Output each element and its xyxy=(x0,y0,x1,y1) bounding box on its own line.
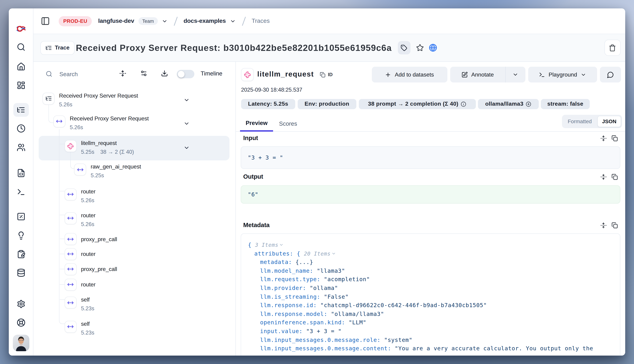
span-icon xyxy=(65,248,76,260)
tree-node-span[interactable]: proxy_pre_call xyxy=(65,235,117,245)
tree-node-span[interactable]: raw_gen_ai_request 5.25s xyxy=(74,162,141,180)
stream-badge: stream: false xyxy=(541,99,590,109)
copy-icon xyxy=(611,135,618,142)
chevron-down-icon xyxy=(581,72,586,78)
annotate-button[interactable]: Annotate xyxy=(450,72,505,78)
tree-node-collapse-chevron[interactable] xyxy=(183,97,190,103)
input-value-box: "3 + 3 = " xyxy=(241,146,620,169)
json-line: llm.input_messages.0.message.role: "syst… xyxy=(248,336,593,344)
span-icon xyxy=(65,321,76,332)
json-line: llm.response.model: "ollama/llama3" xyxy=(248,310,593,318)
trace-tree-icon xyxy=(45,44,52,51)
token-usage-badge[interactable]: 38 prompt → 2 completion (Σ 40) xyxy=(359,99,476,109)
sidebar-support-icon[interactable] xyxy=(17,318,25,327)
output-value-box: "6" xyxy=(241,185,620,204)
tree-node-generation-selected[interactable]: litellm_request 5.25s38 → 2 (Σ 40) xyxy=(65,139,134,156)
sidebar-datasets-icon[interactable] xyxy=(17,268,25,277)
public-share-button[interactable] xyxy=(429,44,437,52)
sidebar-settings-icon[interactable] xyxy=(17,300,25,308)
tree-node-label: router xyxy=(81,211,95,220)
tree-node-collapse-chevron[interactable] xyxy=(183,144,190,151)
tab-preview[interactable]: Preview xyxy=(240,116,273,132)
input-copy-button[interactable] xyxy=(611,135,618,142)
sidebar-prompts-icon[interactable] xyxy=(17,169,25,178)
tree-node-trace-root[interactable]: Received Proxy Server Request 5.26s xyxy=(43,91,138,109)
desktop-background: PROD-EU langfuse-dev Team docs-examples … xyxy=(0,0,634,364)
tree-node-span[interactable]: self 5.23s xyxy=(65,295,94,313)
tree-node-span[interactable]: self 5.23s xyxy=(65,319,94,337)
json-line: llm.input_messages.0.message.content: "Y… xyxy=(248,344,593,353)
tree-node-span[interactable]: router 5.26s xyxy=(65,187,95,205)
comments-button[interactable] xyxy=(600,67,621,82)
project-chevron-down-icon[interactable] xyxy=(230,18,236,24)
input-collapse-button[interactable] xyxy=(600,135,606,142)
format-toggle: Formatted JSON xyxy=(562,115,622,128)
metadata-collapse-button[interactable] xyxy=(600,222,606,228)
model-badge[interactable]: ollama/llama3 xyxy=(478,99,539,109)
tree-node-collapse-chevron[interactable] xyxy=(183,120,190,127)
tree-node-duration: 5.23s xyxy=(81,328,94,337)
span-icon xyxy=(65,212,76,224)
breadcrumb-project[interactable]: docs-examples xyxy=(184,18,226,24)
format-option-json[interactable]: JSON xyxy=(597,116,621,127)
metadata-copy-button[interactable] xyxy=(611,222,618,228)
breadcrumb-section[interactable]: Traces xyxy=(252,18,270,24)
metadata-json-box: { 3 Items attributes: { 20 Items metadat… xyxy=(241,234,620,356)
span-icon xyxy=(53,115,65,127)
sidebar-sessions-icon[interactable] xyxy=(17,124,25,133)
sidebar-judge-icon[interactable] xyxy=(17,231,25,240)
tree-node-span[interactable]: router xyxy=(65,280,95,290)
tree-node-label: Received Proxy Server Request xyxy=(70,114,149,123)
tag-button[interactable] xyxy=(398,41,410,54)
square-pen-icon xyxy=(462,72,468,78)
tag-icon xyxy=(401,44,407,51)
sidebar-evals-icon[interactable] xyxy=(17,212,25,221)
tree-node-label: litellm_request xyxy=(81,139,134,148)
copy-icon xyxy=(611,222,618,228)
json-line[interactable]: metadata: {...} xyxy=(248,258,593,266)
annotate-split-button[interactable]: Annotate xyxy=(450,67,525,82)
tree-node-span[interactable]: proxy_pre_call xyxy=(65,265,117,275)
fold-vertical-icon xyxy=(600,222,606,228)
sidebar-dashboard-icon[interactable] xyxy=(17,81,25,90)
tree-node-label: Received Proxy Server Request xyxy=(59,91,138,100)
observation-title: litellm_request xyxy=(257,70,314,78)
user-avatar[interactable] xyxy=(13,335,29,351)
collapse-chevron-icon xyxy=(331,251,336,256)
tree-node-span[interactable]: Received Proxy Server Request 5.26s xyxy=(53,114,149,132)
playground-button[interactable]: Playground xyxy=(528,67,597,82)
json-line[interactable]: { 3 Items xyxy=(248,241,593,250)
tree-node-duration: 5.26s xyxy=(70,123,83,132)
sidebar-tracing-icon-active[interactable] xyxy=(13,103,29,117)
format-option-formatted[interactable]: Formatted xyxy=(562,118,597,124)
circle-plus-icon xyxy=(526,101,531,107)
organization-chevron-down-icon[interactable] xyxy=(162,18,168,24)
annotate-dropdown-button[interactable] xyxy=(506,72,525,78)
sidebar-annotation-icon[interactable] xyxy=(17,250,25,258)
sidebar-home-icon[interactable] xyxy=(17,62,25,71)
bookmark-star-button[interactable] xyxy=(416,44,424,52)
copy-id-button[interactable] xyxy=(320,72,325,78)
sidebar-toggle-icon[interactable] xyxy=(41,16,50,26)
tree-node-span[interactable]: router 5.26s xyxy=(65,211,95,228)
organization-logo[interactable] xyxy=(16,26,26,33)
json-line: openinference.span.kind: "LLM" xyxy=(248,318,593,327)
add-to-datasets-label: Add to datasets xyxy=(395,72,434,78)
tree-node-duration: 5.25s xyxy=(91,171,104,180)
tree-node-span[interactable]: router xyxy=(65,250,95,260)
breadcrumb-divider xyxy=(242,16,246,26)
delete-trace-button[interactable] xyxy=(604,40,620,56)
fold-vertical-icon xyxy=(600,174,606,180)
input-section-heading: Input xyxy=(243,134,258,142)
sidebar-playground-icon[interactable] xyxy=(17,188,25,196)
json-line[interactable]: attributes: { 20 Items xyxy=(248,250,593,258)
tab-scores[interactable]: Scores xyxy=(277,116,299,132)
sidebar-search-icon[interactable] xyxy=(17,43,25,52)
add-to-datasets-button[interactable]: Add to datasets xyxy=(372,67,447,82)
collapse-chevron-icon xyxy=(279,242,284,247)
breadcrumb-organization[interactable]: langfuse-dev xyxy=(98,18,134,24)
sidebar-users-icon[interactable] xyxy=(17,143,25,152)
output-copy-button[interactable] xyxy=(611,174,618,180)
output-collapse-button[interactable] xyxy=(600,174,606,180)
input-value: "3 + 3 = " xyxy=(248,154,283,161)
